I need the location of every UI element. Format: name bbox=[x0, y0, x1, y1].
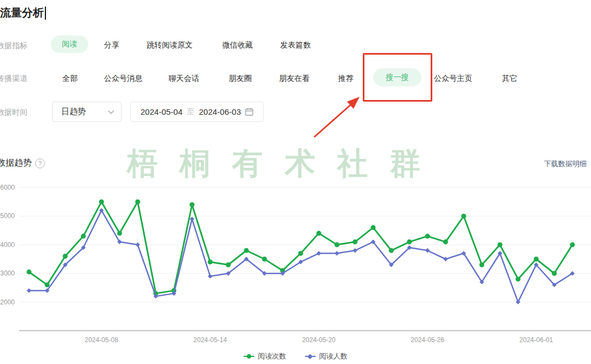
channel-option-friends-reading[interactable]: 朋友在看 bbox=[279, 74, 310, 84]
channel-option-account-message[interactable]: 公众号消息 bbox=[104, 74, 142, 84]
calendar-icon bbox=[245, 108, 253, 116]
svg-text:3000: 3000 bbox=[0, 269, 15, 277]
trend-section-title: 数据趋势 ? bbox=[0, 157, 45, 169]
legend-reader-count[interactable]: 阅读人数 bbox=[305, 351, 347, 361]
red-arrow bbox=[290, 82, 443, 148]
metric-option-jump-original[interactable]: 跳转阅读原文 bbox=[147, 40, 193, 50]
watermark-text: 梧桐有术社群 bbox=[0, 143, 580, 185]
granularity-select[interactable]: 日趋势 bbox=[52, 102, 121, 122]
metric-option-read-selected[interactable]: 阅读 bbox=[51, 36, 88, 53]
svg-text:2024-06-01: 2024-06-01 bbox=[519, 336, 553, 344]
text-cursor bbox=[45, 7, 46, 20]
svg-text:2024-05-14: 2024-05-14 bbox=[193, 336, 227, 344]
channel-option-moments[interactable]: 朋友圈 bbox=[229, 74, 252, 84]
svg-text:2024-05-20: 2024-05-20 bbox=[302, 336, 336, 344]
svg-text:6000: 6000 bbox=[0, 184, 15, 191]
traffic-analysis-page: 流量分析 数据指标 阅读 分享 跳转阅读原文 微信收藏 发表篇数 传播渠道 全部… bbox=[0, 0, 591, 364]
svg-text:5000: 5000 bbox=[0, 212, 15, 220]
svg-text:2024-05-08: 2024-05-08 bbox=[85, 336, 119, 344]
time-filter-label: 数据时间 bbox=[0, 108, 27, 118]
channel-option-all[interactable]: 全部 bbox=[62, 74, 78, 84]
chevron-down-icon bbox=[108, 110, 114, 114]
channel-option-chat[interactable]: 聊天会话 bbox=[169, 74, 199, 84]
metric-option-published-count[interactable]: 发表篇数 bbox=[280, 40, 311, 50]
trend-title-text: 数据趋势 bbox=[0, 157, 32, 169]
channel-option-account-homepage[interactable]: 公众号主页 bbox=[434, 74, 472, 84]
legend-reader-count-label: 阅读人数 bbox=[319, 351, 347, 361]
chart-canvas: 200030004000500060002024-05-082024-05-14… bbox=[0, 180, 591, 344]
page-title-text: 流量分析 bbox=[0, 5, 44, 20]
metric-option-share[interactable]: 分享 bbox=[104, 40, 119, 50]
legend-green-marker-icon bbox=[244, 354, 254, 359]
download-data-link[interactable]: 下载数据明细 bbox=[544, 159, 587, 169]
date-end: 2024-06-03 bbox=[199, 107, 241, 116]
trend-line-chart: 200030004000500060002024-05-082024-05-14… bbox=[0, 180, 591, 344]
metric-filter-label: 数据指标 bbox=[0, 41, 27, 51]
legend-read-count-label: 阅读次数 bbox=[258, 351, 286, 361]
channel-option-search-selected[interactable]: 搜一搜 bbox=[373, 68, 421, 86]
channel-option-other[interactable]: 其它 bbox=[502, 74, 517, 84]
chart-legend: 阅读次数 阅读人数 bbox=[0, 351, 591, 361]
metric-option-wechat-favorite[interactable]: 微信收藏 bbox=[222, 40, 253, 50]
date-range-picker[interactable]: 2024-05-04 至 2024-06-03 bbox=[130, 102, 264, 122]
page-title: 流量分析 bbox=[0, 5, 46, 20]
date-to-label: 至 bbox=[187, 107, 195, 117]
legend-read-count[interactable]: 阅读次数 bbox=[244, 351, 286, 361]
svg-text:2000: 2000 bbox=[0, 298, 15, 306]
svg-text:2024-05-26: 2024-05-26 bbox=[411, 336, 445, 344]
channel-filter-label: 传播渠道 bbox=[0, 74, 27, 84]
date-start: 2024-05-04 bbox=[141, 107, 183, 116]
channel-option-recommend[interactable]: 推荐 bbox=[338, 74, 354, 84]
help-icon[interactable]: ? bbox=[35, 158, 45, 168]
granularity-value: 日趋势 bbox=[61, 107, 108, 117]
legend-blue-marker-icon bbox=[305, 354, 316, 359]
svg-text:4000: 4000 bbox=[0, 241, 15, 249]
